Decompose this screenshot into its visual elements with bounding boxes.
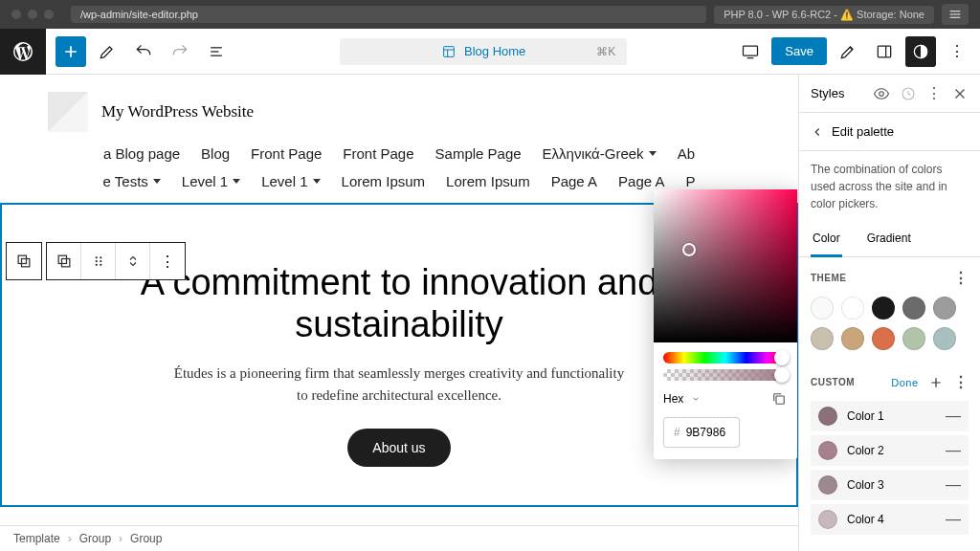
eye-icon[interactable] (873, 85, 890, 102)
browser-menu-button[interactable] (942, 4, 969, 25)
color-format-select[interactable]: Hex (663, 392, 683, 406)
nav-item[interactable]: Sample Page (435, 145, 522, 162)
shortcut-hint: ⌘K (596, 45, 615, 58)
theme-swatch[interactable] (872, 297, 895, 320)
undo-button[interactable] (128, 36, 159, 67)
nav-item[interactable]: Front Page (343, 145, 413, 162)
browser-info: PHP 8.0 - WP 6.6-RC2 - ⚠️ Storage: None (714, 6, 934, 24)
nav-primary[interactable]: a Blog pageBlogFront PageFront PageSampl… (0, 132, 798, 169)
site-logo[interactable] (48, 92, 88, 132)
remove-color-button[interactable]: — (946, 408, 961, 425)
chevron-down-icon (691, 394, 701, 404)
hex-input[interactable]: #9B7986 (663, 417, 740, 448)
alpha-slider[interactable] (663, 369, 788, 381)
tab-color[interactable]: Color (811, 222, 842, 257)
nav-item[interactable]: Front Page (251, 145, 322, 162)
nav-item[interactable]: Level 1 (182, 173, 240, 189)
theme-options-icon[interactable] (953, 269, 969, 287)
remove-color-button[interactable]: — (946, 511, 961, 528)
list-view-button[interactable] (201, 36, 232, 67)
color-label: Color 2 (847, 444, 936, 457)
saturation-field[interactable] (654, 189, 797, 342)
nav-item[interactable]: Ελληνικά-Greek (543, 145, 657, 162)
url-bar[interactable]: /wp-admin/site-editor.php (71, 6, 706, 23)
more-button[interactable] (942, 36, 972, 67)
theme-swatch[interactable] (811, 297, 834, 320)
custom-color-row[interactable]: Color 3— (811, 470, 969, 500)
revisions-icon[interactable] (900, 85, 917, 102)
save-button[interactable]: Save (771, 37, 827, 65)
nav-item[interactable]: Level 1 (261, 173, 320, 189)
theme-swatch[interactable] (933, 327, 956, 350)
nav-item[interactable]: P (685, 173, 695, 189)
editor-canvas[interactable]: My WordPress Website a Blog pageBlogFron… (0, 75, 798, 551)
browser-bar: /wp-admin/site-editor.php PHP 8.0 - WP 6… (0, 0, 980, 29)
nav-item[interactable]: Page A (551, 173, 597, 189)
block-toolbar (6, 242, 186, 280)
color-swatch[interactable] (818, 475, 837, 495)
styles-button[interactable] (905, 36, 936, 67)
svg-point-20 (95, 260, 97, 262)
theme-swatch[interactable] (902, 297, 925, 320)
nav-item[interactable]: Blog (201, 145, 230, 162)
custom-color-row[interactable]: Color 4— (811, 504, 969, 535)
breadcrumb-item[interactable]: Group (130, 532, 162, 545)
done-link[interactable]: Done (891, 377, 918, 388)
custom-options-icon[interactable] (953, 373, 969, 391)
svg-rect-11 (878, 46, 890, 57)
wp-logo[interactable] (0, 29, 46, 75)
block-options-button[interactable] (150, 243, 185, 279)
remove-color-button[interactable]: — (946, 442, 961, 459)
tools-button[interactable] (92, 36, 122, 67)
back-button[interactable]: Edit palette (799, 113, 980, 151)
site-title[interactable]: My WordPress Website (101, 102, 254, 121)
theme-swatch[interactable] (872, 327, 895, 350)
close-icon[interactable] (951, 85, 969, 102)
nav-item[interactable]: Lorem Ipsum (342, 173, 426, 189)
nav-item[interactable]: Page A (618, 173, 664, 189)
custom-color-row[interactable]: Color 2— (811, 435, 969, 466)
breadcrumb-item[interactable]: Template (13, 532, 60, 545)
block-type-button[interactable] (7, 243, 41, 279)
block-parent-button[interactable] (47, 243, 81, 279)
color-swatch[interactable] (818, 407, 837, 426)
breadcrumb[interactable]: Template›Group›Group (0, 525, 798, 551)
svg-rect-17 (61, 259, 69, 267)
nav-item[interactable]: a Blog page (103, 145, 180, 162)
tab-gradient[interactable]: Gradient (865, 222, 913, 256)
svg-rect-9 (744, 46, 758, 55)
custom-color-row[interactable]: Color 1— (811, 401, 969, 431)
custom-section-label: CUSTOM (811, 377, 855, 387)
theme-swatch[interactable] (902, 327, 925, 350)
block-drag-handle[interactable] (81, 243, 116, 279)
remove-color-button[interactable]: — (946, 476, 961, 494)
redo-button[interactable] (165, 36, 195, 67)
more-icon[interactable] (926, 84, 942, 102)
sidebar-title: Styles (811, 86, 844, 100)
view-button[interactable] (735, 36, 766, 67)
hue-slider[interactable] (663, 352, 788, 364)
theme-swatch[interactable] (841, 327, 864, 350)
nav-item[interactable]: Ab (678, 145, 695, 162)
block-move-button[interactable] (116, 243, 150, 279)
nav-item[interactable]: e Tests (103, 173, 161, 189)
template-icon (441, 44, 457, 59)
svg-point-23 (100, 264, 101, 266)
plus-icon[interactable] (928, 375, 944, 390)
svg-rect-24 (776, 396, 784, 404)
theme-swatch[interactable] (841, 297, 864, 320)
color-swatch[interactable] (818, 510, 837, 529)
document-selector[interactable]: Blog Home ⌘K (237, 38, 729, 65)
copy-icon[interactable] (770, 390, 788, 408)
settings-button[interactable] (833, 36, 863, 67)
block-inserter-button[interactable] (56, 36, 86, 67)
hero-subheading[interactable]: Études is a pioneering firm that seamles… (169, 363, 629, 406)
nav-item[interactable]: Lorem Ipsum (446, 173, 530, 189)
hero-cta-button[interactable]: About us (347, 429, 450, 467)
traffic-lights (11, 10, 54, 19)
theme-swatch[interactable] (811, 327, 834, 350)
color-swatch[interactable] (818, 441, 837, 460)
theme-swatch[interactable] (933, 297, 956, 320)
breadcrumb-item[interactable]: Group (79, 532, 111, 545)
sidebar-toggle[interactable] (869, 36, 900, 67)
